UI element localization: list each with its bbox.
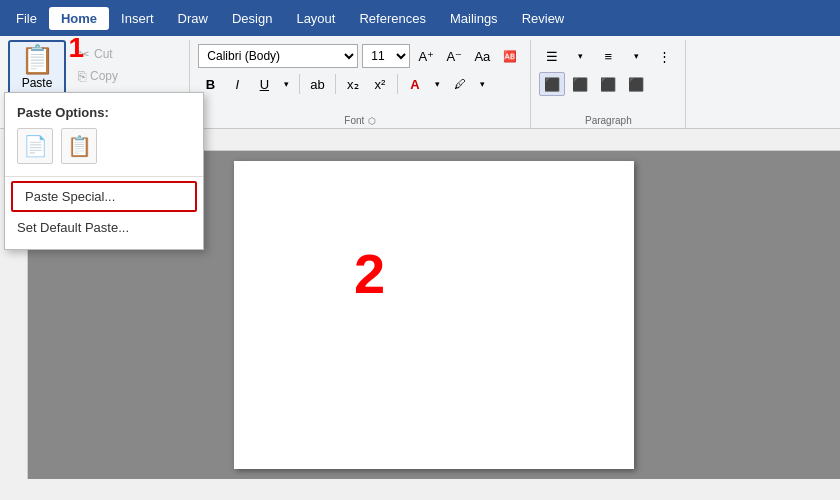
- bullets-button[interactable]: ☰: [539, 44, 565, 68]
- font-group: Calibri (Body) 11 A⁺ A⁻ Aa 🆎 B I U ▾: [190, 40, 531, 128]
- italic-button[interactable]: I: [225, 72, 249, 96]
- font-group-label: Font ⬡: [344, 115, 376, 128]
- menu-draw[interactable]: Draw: [166, 7, 220, 30]
- menu-layout[interactable]: Layout: [284, 7, 347, 30]
- font-row-2: B I U ▾ ab x₂ x² A ▾ 🖊 ▾: [198, 72, 522, 96]
- annotation-2: 2: [354, 241, 385, 306]
- multilevel-button[interactable]: ⋮: [651, 44, 677, 68]
- copy-label: Copy: [90, 69, 118, 83]
- menu-bar: File Home Insert Draw Design Layout Refe…: [0, 0, 840, 36]
- menu-references[interactable]: References: [347, 7, 437, 30]
- dropdown-arrow-h[interactable]: ▾: [475, 72, 490, 96]
- paste-divider: [5, 176, 203, 177]
- paste-dropdown: Paste Options: 📄 📋 Paste Special... Set …: [4, 92, 204, 250]
- separator-3: [397, 74, 398, 94]
- font-size-select[interactable]: 11: [362, 44, 410, 68]
- para-row-2: ⬛ ⬛ ⬛ ⬛: [539, 72, 677, 96]
- align-left-button[interactable]: ⬛: [539, 72, 565, 96]
- separator-1: [299, 74, 300, 94]
- subscript-button[interactable]: x₂: [341, 72, 365, 96]
- menu-design[interactable]: Design: [220, 7, 284, 30]
- menu-home[interactable]: Home: [49, 7, 109, 30]
- paragraph-group-label: Paragraph: [585, 115, 632, 128]
- menu-mailings[interactable]: Mailings: [438, 7, 510, 30]
- align-right-button[interactable]: ⬛: [595, 72, 621, 96]
- menu-review[interactable]: Review: [510, 7, 577, 30]
- paragraph-group: ☰ ▾ ≡ ▾ ⋮ ⬛ ⬛ ⬛ ⬛ Paragraph: [531, 40, 686, 128]
- dropdown-bullets[interactable]: ▾: [567, 44, 593, 68]
- annotation-1: 1: [68, 32, 84, 64]
- dropdown-numbering[interactable]: ▾: [623, 44, 649, 68]
- cut-button[interactable]: ✂ Cut: [72, 44, 181, 64]
- justify-button[interactable]: ⬛: [623, 72, 649, 96]
- dropdown-arrow-u[interactable]: ▾: [279, 72, 294, 96]
- paste-button[interactable]: 📋 Paste: [8, 40, 66, 100]
- align-center-button[interactable]: ⬛: [567, 72, 593, 96]
- cut-label: Cut: [94, 47, 113, 61]
- dropdown-arrow-a[interactable]: ▾: [430, 72, 445, 96]
- document-page[interactable]: 2: [234, 161, 634, 469]
- menu-insert[interactable]: Insert: [109, 7, 166, 30]
- menu-file[interactable]: File: [4, 7, 49, 30]
- underline-button[interactable]: U: [252, 72, 276, 96]
- highlight-button[interactable]: 🖊: [448, 72, 472, 96]
- paste-label: Paste: [22, 76, 53, 90]
- copy-icon: ⎘: [78, 68, 86, 84]
- para-row-1: ☰ ▾ ≡ ▾ ⋮: [539, 44, 677, 68]
- strikethrough-button[interactable]: ab: [305, 72, 329, 96]
- separator-2: [335, 74, 336, 94]
- font-color-button[interactable]: A: [403, 72, 427, 96]
- paste-special-button[interactable]: Paste Special...: [11, 181, 197, 212]
- clear-formatting-button[interactable]: 🆎: [498, 44, 522, 68]
- paste-options-title: Paste Options:: [5, 101, 203, 128]
- font-row-1: Calibri (Body) 11 A⁺ A⁻ Aa 🆎: [198, 44, 522, 68]
- font-expand-icon[interactable]: ⬡: [368, 116, 376, 126]
- grow-font-button[interactable]: A⁺: [414, 44, 438, 68]
- paste-option-2[interactable]: 📋: [61, 128, 97, 164]
- paste-options-icons: 📄 📋: [5, 128, 203, 172]
- set-default-paste-button[interactable]: Set Default Paste...: [5, 214, 203, 241]
- paste-icon: 📋: [20, 46, 55, 74]
- copy-button[interactable]: ⎘ Copy: [72, 66, 181, 86]
- paste-button-container: 📋 Paste 1: [8, 40, 66, 100]
- change-case-button[interactable]: Aa: [470, 44, 494, 68]
- shrink-font-button[interactable]: A⁻: [442, 44, 466, 68]
- numbering-button[interactable]: ≡: [595, 44, 621, 68]
- paste-option-1[interactable]: 📄: [17, 128, 53, 164]
- superscript-button[interactable]: x²: [368, 72, 392, 96]
- font-name-select[interactable]: Calibri (Body): [198, 44, 358, 68]
